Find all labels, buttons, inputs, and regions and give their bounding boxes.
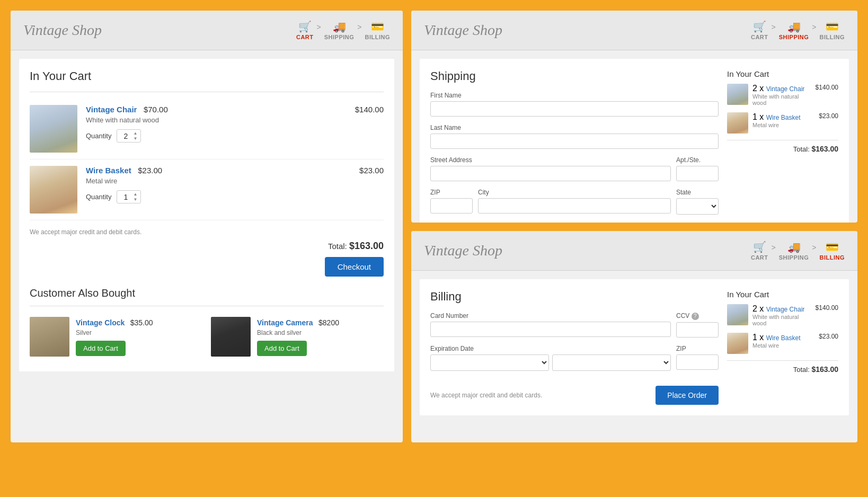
apt-input[interactable] xyxy=(676,166,719,181)
checkout-button[interactable]: Checkout xyxy=(325,257,384,277)
breadcrumb-shipping[interactable]: 🚚 SHIPPING xyxy=(324,20,355,40)
basket-qty-down[interactable]: ▼ xyxy=(133,197,137,202)
billing-zip-input[interactable] xyxy=(676,354,719,370)
chair-name[interactable]: Vintage Chair xyxy=(86,105,137,114)
exp-month-select[interactable]: 01020304 05060708 09101112 xyxy=(430,354,549,371)
billing-icon: 💳 xyxy=(371,20,384,33)
ship-bc-cart[interactable]: 🛒 CART xyxy=(751,20,768,40)
shipping-total-label: Total: xyxy=(793,145,810,153)
bill-sep1: > xyxy=(772,243,776,252)
camera-name[interactable]: Vintage Camera xyxy=(257,318,313,327)
billing-chair-desc: White with natural wood xyxy=(752,314,811,326)
exp-year-select[interactable]: 2024202520262027 xyxy=(552,354,671,371)
camera-image xyxy=(211,317,251,357)
billing-form: Billing Card Number CCV ? xyxy=(430,290,719,405)
cart-icon: 🛒 xyxy=(298,20,312,33)
basket-details: Wire Basket $23.00 Metal wire Quantity 1… xyxy=(86,166,349,203)
summary-basket-name[interactable]: Wire Basket xyxy=(766,114,801,121)
last-name-input[interactable] xyxy=(430,134,719,149)
billing-layout: Billing Card Number CCV ? xyxy=(430,290,838,405)
billing-content: Billing Card Number CCV ? xyxy=(420,279,849,415)
chair-qty-value: 2 xyxy=(120,132,131,140)
ship-cart-icon: 🛒 xyxy=(753,20,766,33)
zip-input[interactable] xyxy=(430,198,473,214)
billing-basket-img xyxy=(727,333,748,354)
state-select[interactable]: CA NY TX xyxy=(676,198,719,215)
ship-bc-shipping[interactable]: 🚚 SHIPPING xyxy=(779,20,809,40)
bill-bc-shipping[interactable]: 🚚 SHIPPING xyxy=(779,241,809,261)
apt-group: Apt./Ste. xyxy=(676,156,719,181)
ccv-group: CCV ? xyxy=(676,312,719,338)
bill-bc-cart[interactable]: 🛒 CART xyxy=(751,241,768,261)
basket-image xyxy=(30,166,77,214)
chair-qty-up[interactable]: ▲ xyxy=(133,131,137,136)
basket-qty-up[interactable]: ▲ xyxy=(133,192,137,197)
card-number-group: Card Number xyxy=(430,312,671,338)
also-bought-section: Customer Also Bought Vintage Clock $35.0… xyxy=(30,287,384,361)
chair-qty-down[interactable]: ▼ xyxy=(133,136,137,141)
cart-panel: Vintage Shop 🛒 CART > 🚚 SHIPPING > 💳 BIL… xyxy=(11,11,403,442)
basket-qty-label: Quantity xyxy=(86,193,111,201)
zip-city-state-row: ZIP City State CA xyxy=(430,189,719,222)
shipping-total-amount: $163.00 xyxy=(811,145,838,153)
ship-billing-icon: 💳 xyxy=(826,20,839,33)
billing-summary-title: In Your Cart xyxy=(727,290,838,299)
sep2: > xyxy=(357,23,361,31)
camera-name-row: Vintage Camera $8200 xyxy=(257,318,339,327)
billing-zip-label: ZIP xyxy=(676,345,719,352)
chair-quantity-input[interactable]: 2 ▲ ▼ xyxy=(117,129,141,143)
first-name-input[interactable] xyxy=(430,101,719,117)
ccv-info-icon[interactable]: ? xyxy=(692,313,699,320)
billing-cart-summary: In Your Cart 2 x Vintage Chair White wit… xyxy=(727,290,838,405)
street-input[interactable] xyxy=(430,166,671,181)
cart-content: In Your Cart Vintage Chair $70.00 White … xyxy=(19,59,394,371)
billing-chair-name[interactable]: Vintage Chair xyxy=(766,306,805,313)
cart-breadcrumb: 🛒 CART > 🚚 SHIPPING > 💳 BILLING xyxy=(296,20,390,40)
bill-cart-icon: 🛒 xyxy=(753,241,766,253)
main-container: Vintage Shop 🛒 CART > 🚚 SHIPPING > 💳 BIL… xyxy=(11,11,857,442)
shipping-label: SHIPPING xyxy=(324,34,355,40)
clock-name[interactable]: Vintage Clock xyxy=(76,318,125,327)
camera-price: $8200 xyxy=(318,318,339,327)
chair-qty-arrows: ▲ ▼ xyxy=(133,131,137,141)
billing-summary-basket: 1 x Wire Basket Metal wire $23.00 xyxy=(727,333,838,354)
exp-zip-row: Expiration Date 01020304 05060708 091011… xyxy=(430,345,719,378)
also-item-clock: Vintage Clock $35.00 Silver Add to Cart xyxy=(30,313,202,361)
basket-description: Metal wire xyxy=(86,177,349,185)
billing-basket-name[interactable]: Wire Basket xyxy=(766,334,801,342)
summary-basket-img xyxy=(727,112,748,134)
breadcrumb-billing[interactable]: 💳 BILLING xyxy=(365,20,391,40)
apt-label: Apt./Ste. xyxy=(676,156,719,164)
place-order-button[interactable]: Place Order xyxy=(656,386,719,405)
summary-basket-desc: Metal wire xyxy=(752,122,814,128)
summary-chair-name[interactable]: Vintage Chair xyxy=(766,85,805,93)
shipping-summary-total: Total: $163.00 xyxy=(727,140,838,153)
shop-title-cart: Vintage Shop xyxy=(23,22,102,39)
camera-add-to-cart[interactable]: Add to Cart xyxy=(257,341,307,356)
last-name-label: Last Name xyxy=(430,124,719,131)
billing-footer: We accept major credit and debit cards. … xyxy=(430,386,719,405)
shop-title-billing: Vintage Shop xyxy=(424,242,502,259)
ship-bc-billing[interactable]: 💳 BILLING xyxy=(820,20,845,40)
billing-header: Vintage Shop 🛒 CART > 🚚 SHIPPING > 💳 BIL… xyxy=(411,231,857,271)
clock-add-to-cart[interactable]: Add to Cart xyxy=(76,341,126,356)
chair-name-row: Vintage Chair $70.00 xyxy=(86,105,344,114)
summary-chair-price: $140.00 xyxy=(816,84,838,91)
summary-chair-details: 2 x Vintage Chair White with natural woo… xyxy=(752,84,811,106)
bill-bc-billing[interactable]: 💳 BILLING xyxy=(820,241,845,261)
city-input[interactable] xyxy=(478,198,671,214)
basket-quantity-input[interactable]: 1 ▲ ▼ xyxy=(117,190,141,203)
bill-cart-label: CART xyxy=(751,254,768,261)
bill-shipping-icon: 🚚 xyxy=(787,241,801,253)
basket-qty-arrows: ▲ ▼ xyxy=(133,192,137,202)
billing-chair-img xyxy=(727,304,748,325)
cart-footer: We accept major credit and debit cards. … xyxy=(30,227,384,277)
in-your-cart-title: In Your Cart xyxy=(30,69,384,83)
camera-info: Vintage Camera $8200 Black and silver Ad… xyxy=(257,318,339,356)
card-number-input[interactable] xyxy=(430,322,671,337)
chair-description: White with natural wood xyxy=(86,116,344,124)
breadcrumb-cart[interactable]: 🛒 CART xyxy=(296,20,314,40)
ccv-input[interactable] xyxy=(676,322,719,338)
basket-name[interactable]: Wire Basket xyxy=(86,166,131,175)
cart-item-chair: Vintage Chair $70.00 White with natural … xyxy=(30,99,384,159)
